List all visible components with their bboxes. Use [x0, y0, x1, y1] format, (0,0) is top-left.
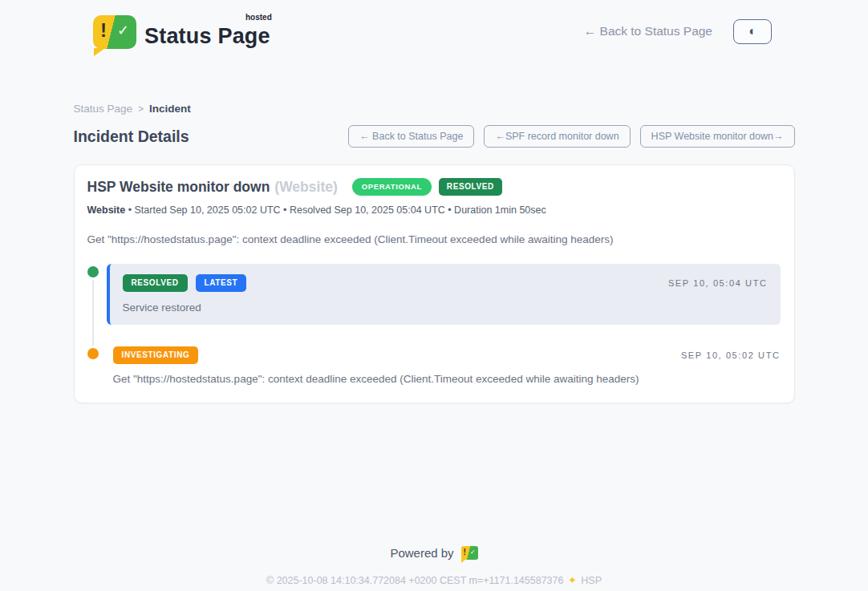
incident-timeline: RESOLVED LATEST SEP 10, 05:04 UTC Servic… [87, 264, 781, 385]
prev-incident-button[interactable]: ←SPF record monitor down [484, 125, 630, 148]
timeline-entry-header: INVESTIGATING SEP 10, 05:02 UTC [113, 346, 781, 364]
timeline-investigating-badge: INVESTIGATING [113, 346, 199, 364]
incident-description: Get "https://hostedstatus.page": context… [87, 233, 781, 245]
timeline-dot-column [87, 346, 107, 385]
timeline-entry-content: INVESTIGATING SEP 10, 05:02 UTC Get "htt… [107, 346, 781, 385]
breadcrumb: Status Page>Incident [74, 103, 795, 115]
exclamation-icon: ! [464, 548, 466, 557]
timeline-entry-investigating: INVESTIGATING SEP 10, 05:02 UTC Get "htt… [87, 346, 781, 385]
logo-tail [94, 48, 105, 56]
incident-component: (Website) [274, 179, 337, 196]
breadcrumb-incident: Incident [149, 103, 191, 115]
incident-meta-component: Website [87, 204, 126, 216]
resolved-status-badge: RESOLVED [439, 178, 502, 196]
exclamation-icon: ! [100, 19, 107, 42]
brand-name: Status Page [144, 24, 270, 48]
incident-nav-buttons: ← Back to Status Page ←SPF record monito… [348, 125, 794, 148]
timeline-highlight-card: RESOLVED LATEST SEP 10, 05:04 UTC Servic… [107, 264, 781, 325]
timeline-entry-content: RESOLVED LATEST SEP 10, 05:04 UTC Servic… [107, 264, 781, 325]
main-content: Status Page>Incident Incident Details ← … [74, 103, 795, 403]
copyright-text: © 2025-10-08 14:10:34.772084 +0200 CEST … [266, 575, 564, 586]
theme-toggle-button[interactable]: ◐ [733, 19, 772, 44]
checkmark-icon: ✓ [117, 22, 129, 39]
brand-text: hosted Status Page [144, 14, 270, 49]
incident-title: HSP Website monitor down [87, 179, 270, 196]
brand-logo[interactable]: ! ✓ hosted Status Page [93, 14, 270, 49]
incident-meta-details: • Started Sep 10, 2025 05:02 UTC • Resol… [128, 204, 546, 216]
brand-superscript: hosted [245, 13, 272, 22]
timeline-latest-badge: LATEST [196, 274, 247, 292]
breadcrumb-status-page[interactable]: Status Page [74, 103, 133, 115]
timeline-message: Service restored [123, 302, 768, 314]
incident-meta: Website • Started Sep 10, 2025 05:02 UTC… [87, 204, 781, 216]
status-page-logo-icon: ! ✓ [93, 15, 136, 49]
sparkles-icon: ✦ [568, 574, 577, 586]
header-back-to-status-page-link[interactable]: ← Back to Status Page [584, 24, 712, 38]
page-title: Incident Details [74, 128, 189, 146]
timeline-dot-column [87, 264, 107, 325]
copyright-brand-suffix: HSP [581, 575, 602, 586]
timeline-timestamp: SEP 10, 05:04 UTC [668, 278, 768, 288]
logo-tail [461, 559, 466, 563]
breadcrumb-separator: > [138, 103, 144, 115]
timeline-entry-header: RESOLVED LATEST SEP 10, 05:04 UTC [123, 274, 768, 292]
operational-status-badge: OPERATIONAL [352, 178, 432, 196]
checkmark-icon: ✓ [470, 548, 476, 556]
timeline-dot-orange-icon [87, 348, 99, 359]
powered-by-logo-icon[interactable]: ! ✓ [461, 546, 478, 560]
copyright-line: © 2025-10-08 14:10:34.772084 +0200 CEST … [0, 574, 868, 586]
timeline-dot-green-icon [87, 266, 99, 277]
page-footer: Powered by ! ✓ © 2025-10-08 14:10:34.772… [0, 546, 868, 586]
site-header: ! ✓ hosted Status Page ← Back to Status … [0, 0, 868, 63]
powered-by-text: Powered by [390, 546, 453, 560]
timeline-timestamp: SEP 10, 05:02 UTC [681, 350, 781, 360]
back-to-status-page-button[interactable]: ← Back to Status Page [348, 125, 474, 148]
timeline-entry-resolved: RESOLVED LATEST SEP 10, 05:04 UTC Servic… [87, 264, 781, 325]
incident-card: HSP Website monitor down (Website) OPERA… [74, 164, 795, 403]
timeline-resolved-badge: RESOLVED [123, 274, 188, 292]
theme-toggle-half-circle-icon: ◐ [748, 25, 756, 38]
heading-row: Incident Details ← Back to Status Page ←… [74, 125, 795, 148]
powered-by: Powered by ! ✓ [0, 546, 868, 560]
header-actions: ← Back to Status Page ◐ [584, 19, 772, 44]
timeline-message: Get "https://hostedstatus.page": context… [113, 373, 781, 385]
incident-title-row: HSP Website monitor down (Website) OPERA… [87, 178, 781, 196]
next-incident-button[interactable]: HSP Website monitor down→ [640, 125, 795, 148]
